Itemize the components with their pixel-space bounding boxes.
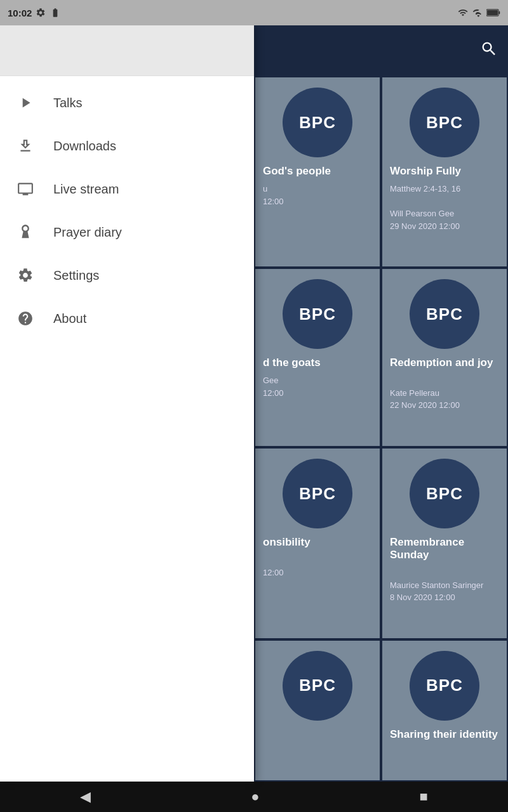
bpc-logo-8: BPC [410,651,479,721]
card-subtitle-5: 12:00 [263,554,372,579]
home-button[interactable]: ● [236,783,274,810]
bpc-logo-5: BPC [283,459,352,528]
talks-label: Talks [53,96,83,110]
card-title-5: onsibility [263,536,372,549]
card-subtitle-1: u12:00 [263,183,372,207]
download-icon [15,136,36,156]
card-4-left[interactable]: BPC [255,641,380,780]
card-title-3: d the goats [263,357,372,369]
settings-label: Settings [53,268,99,283]
card-sharing-identity[interactable]: BPC Sharing their identity [382,641,507,780]
status-right [457,8,500,18]
signal-icon [472,8,483,18]
bpc-text-4: BPC [426,304,463,324]
wifi-icon [457,8,469,18]
bpc-logo-6: BPC [410,459,479,528]
settings-status-icon [36,8,46,18]
tv-icon [15,179,36,199]
card-title-6: Remembrance Sunday [390,536,499,561]
card-gods-people[interactable]: BPC God's people u12:00 [255,77,380,266]
bpc-text-3: BPC [299,304,336,324]
bottom-nav: ◀ ● ■ [0,782,508,812]
card-subtitle-4: Kate Pellerau22 Nov 2020 12:00 [390,374,499,412]
card-title-8: Sharing their identity [390,728,499,741]
livestream-label: Live stream [53,182,119,197]
status-bar: 10:02 [0,0,508,25]
battery-status-icon [50,8,61,18]
bpc-text-8: BPC [426,676,463,695]
bpc-logo-1: BPC [283,88,352,157]
bpc-logo-4: BPC [410,279,479,349]
card-subtitle-3: Gee12:00 [263,374,372,399]
drawer-menu: Talks Downloads Live stream [0,76,254,782]
status-left: 10:02 [8,8,61,18]
bpc-logo-2: BPC [410,88,479,157]
svg-rect-2 [487,10,498,15]
play-icon [15,93,36,113]
prayerdiary-label: Prayer diary [53,225,122,240]
card-redemption[interactable]: BPC Redemption and joy Kate Pellerau22 N… [382,269,507,446]
bpc-text-1: BPC [299,113,336,133]
app-container: Talks Downloads Live stream [0,25,508,782]
card-title-2: Worship Fully [390,165,499,178]
battery-icon [486,8,500,17]
sidebar-item-downloads[interactable]: Downloads [0,124,254,167]
card-responsibility-left[interactable]: BPC onsibility 12:00 [255,449,380,638]
bpc-text-7: BPC [299,676,336,695]
card-worship-fully[interactable]: BPC Worship Fully Matthew 2:4-13, 16Will… [382,77,507,266]
card-remembrance[interactable]: BPC Remembrance Sunday Maurice Stanton S… [382,449,507,638]
prayer-icon [15,222,36,242]
back-button[interactable]: ◀ [65,783,106,810]
sidebar-item-about[interactable]: About [0,297,254,340]
bpc-text-6: BPC [426,484,463,504]
downloads-label: Downloads [53,139,116,154]
app-toolbar [254,25,508,76]
card-title-4: Redemption and joy [390,357,499,369]
sidebar-item-prayerdiary[interactable]: Prayer diary [0,211,254,254]
about-label: About [53,311,86,326]
bpc-text-2: BPC [426,113,463,133]
svg-rect-1 [498,11,500,14]
search-button[interactable] [480,40,498,62]
time-display: 10:02 [8,8,32,18]
sidebar-item-settings[interactable]: Settings [0,254,254,297]
help-icon [15,308,36,329]
bpc-logo-7: BPC [283,651,352,721]
card-subtitle-2: Matthew 2:4-13, 16Will Pearson Gee29 Nov… [390,183,499,232]
gear-icon [15,265,36,285]
sidebar-item-livestream[interactable]: Live stream [0,167,254,211]
recent-button[interactable]: ■ [404,783,443,810]
card-goats-left[interactable]: BPC d the goats Gee12:00 [255,269,380,446]
navigation-drawer: Talks Downloads Live stream [0,25,254,782]
bpc-logo-3: BPC [283,279,352,349]
main-content: BPC God's people u12:00 BPC Worship Full… [254,25,508,782]
card-subtitle-6: Maurice Stanton Saringer8 Nov 2020 12:00 [390,566,499,604]
card-title-1: God's people [263,165,372,178]
drawer-header [0,25,254,76]
content-grid: BPC God's people u12:00 BPC Worship Full… [254,76,508,782]
sidebar-item-talks[interactable]: Talks [0,81,254,124]
bpc-text-5: BPC [299,484,336,504]
